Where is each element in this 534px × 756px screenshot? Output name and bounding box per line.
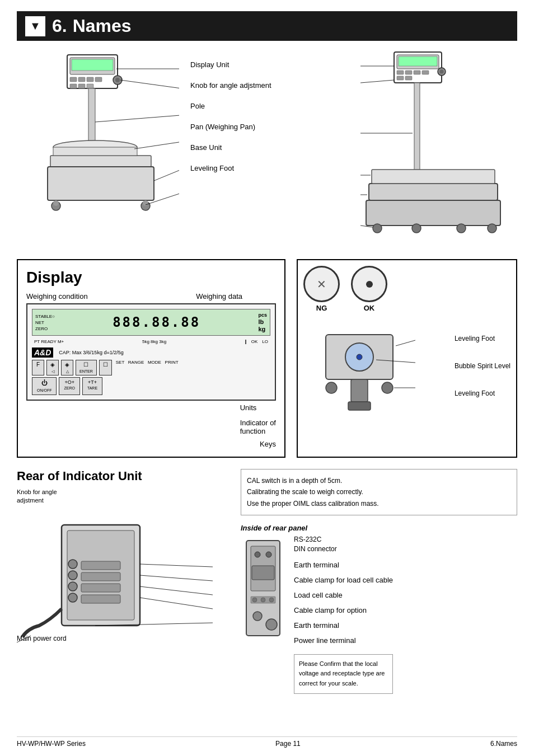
svg-rect-9	[87, 84, 93, 88]
leveling-foot-diagram: Leveling Foot Bubble Spirit Level Leveli…	[303, 323, 510, 424]
bubble-spirit-label: Bubble Spirit Level	[455, 362, 510, 370]
svg-rect-16	[48, 167, 154, 200]
svg-point-80	[255, 552, 260, 557]
right-scale-image	[360, 49, 506, 240]
display-section: Display Weighing condition Weighing data…	[17, 259, 285, 458]
keys-top-labels: SET RANGE MODE PRINT	[116, 360, 179, 365]
key-f: F	[32, 360, 44, 375]
middle-section: Display Weighing condition Weighing data…	[17, 259, 517, 458]
svg-point-66	[68, 582, 77, 591]
svg-rect-3	[70, 77, 77, 82]
svg-point-57	[326, 382, 337, 393]
rear-label-earth2: Earth terminal	[294, 621, 393, 630]
rear-label-earth: Earth terminal	[294, 561, 393, 569]
section-header: ▼ 6. Names	[17, 11, 517, 41]
keys-label: Keys	[260, 440, 276, 448]
display-screen: STABLE○ NET ZERO 888.88.88 pcs lb kg	[32, 309, 270, 336]
svg-rect-69	[81, 572, 120, 581]
svg-line-25	[154, 161, 179, 181]
page-container: ▼ 6. Names	[0, 0, 534, 756]
svg-point-11	[115, 78, 120, 82]
section-name: Names	[73, 16, 132, 36]
rear-left: Rear of Indicator Unit Knob for angleadj…	[17, 469, 229, 694]
cap-text: CAP: Max 3/6/15kg d=1/2/5g	[59, 350, 123, 355]
and-cap-row: A&D CAP: Max 3/6/15kg d=1/2/5g	[32, 348, 270, 358]
ok-indicator: OK	[251, 339, 258, 344]
svg-rect-13	[50, 156, 151, 167]
cal-switch-line2: Calibrating the scale to weigh correctly…	[247, 488, 363, 496]
svg-line-47	[360, 80, 394, 83]
svg-point-58	[382, 382, 393, 393]
svg-rect-56	[348, 402, 371, 410]
svg-rect-34	[397, 76, 404, 80]
svg-rect-39	[369, 184, 498, 200]
net-indicator: NET	[35, 320, 55, 325]
svg-point-86	[269, 598, 274, 602]
stable-indicator: STABLE○	[35, 314, 55, 319]
svg-line-74	[140, 586, 213, 595]
svg-rect-55	[351, 379, 368, 402]
svg-rect-35	[405, 76, 412, 80]
ok-circle	[351, 266, 387, 302]
rear-label-cable-option: Cable clamp for option	[294, 606, 393, 614]
svg-rect-31	[405, 71, 412, 74]
weighing-condition-label: Weighing condition	[26, 292, 88, 300]
svg-point-65	[68, 571, 77, 580]
weighing-data-label: Weighing data	[196, 292, 242, 300]
voltage-text: Please Confirm that the localvoltage and…	[299, 660, 385, 687]
svg-rect-68	[81, 561, 120, 570]
ok-label: OK	[364, 304, 375, 312]
svg-point-84	[252, 598, 257, 602]
units-annotation: Units	[240, 403, 257, 412]
svg-rect-38	[414, 83, 420, 184]
svg-point-42	[373, 224, 382, 233]
svg-point-54	[357, 354, 362, 360]
svg-line-24	[134, 139, 179, 149]
display-title: Display	[26, 269, 276, 287]
rear-right: CAL switch is in a depth of 5cm. Calibra…	[241, 469, 517, 694]
svg-point-67	[68, 593, 77, 602]
annotation-row: Units Indicator of function	[26, 403, 276, 435]
rear-label-cable-clamp: Cable clamp for load cell cable	[294, 576, 393, 584]
svg-rect-71	[81, 595, 120, 603]
rear-indicator-diagram: Main power cord	[17, 508, 229, 648]
zero-indicator: ZERO	[35, 326, 55, 331]
page-footer: HV-WP/HW-WP Series Page 11 6.Names	[17, 736, 517, 748]
svg-point-45	[488, 224, 496, 233]
svg-rect-15	[53, 147, 137, 156]
leveling-foot-label: Leveling Foot	[455, 335, 510, 342]
svg-rect-40	[372, 170, 495, 184]
keys-row-1: F ◈◁ ◈△ ☐ENTER ☐ SET RANGE MODE PRINT	[32, 360, 270, 375]
rear-labels-column: RS-232CDIN connector Earth terminal Cabl…	[294, 535, 393, 693]
svg-line-73	[140, 575, 213, 581]
svg-line-59	[396, 340, 415, 346]
svg-rect-4	[78, 77, 85, 82]
ng-circle: ✕	[303, 266, 340, 302]
indicator-annotation: Indicator of function	[240, 419, 276, 435]
display-mockup: STABLE○ NET ZERO 888.88.88 pcs lb kg	[26, 303, 276, 401]
cal-switch-line3: Use the proper OIML class calibration ma…	[247, 500, 379, 508]
hi-indicator: ‖	[245, 339, 247, 344]
rear-section: Rear of Indicator Unit Knob for angleadj…	[17, 469, 517, 694]
unit-pcs: pcs	[258, 312, 267, 318]
ready-indicator: PT READY M+	[34, 339, 64, 344]
rear-title: Rear of Indicator Unit	[17, 469, 229, 483]
svg-rect-5	[87, 77, 93, 82]
diagram-labels: Display Unit Knob for angle adjstment Po…	[190, 60, 271, 172]
knob-label: Knob for angleadjstment	[17, 488, 229, 505]
key-mode: ◈△	[61, 360, 73, 375]
rear-right-columns: RS-232CDIN connector Earth terminal Cabl…	[241, 535, 517, 693]
keys-row-2: ⏻ON/OFF +O+ZERO +T+TARE	[32, 377, 270, 395]
key-range: ◈◁	[46, 360, 59, 375]
inside-panel-label: Inside of rear panel	[241, 524, 517, 532]
svg-point-87	[253, 612, 262, 621]
rear-label-power-line: Power line terminal	[294, 636, 393, 645]
section-icon: ▼	[25, 16, 45, 36]
label-pole: Pole	[190, 102, 271, 110]
screen-left-indicators: STABLE○ NET ZERO	[35, 314, 55, 331]
main-power-cord-label: Main power cord	[17, 635, 67, 642]
weight-range: 5kg 8kg 3kg	[142, 339, 166, 344]
svg-rect-7	[70, 84, 77, 88]
ok-dot	[366, 281, 373, 288]
svg-rect-32	[414, 71, 420, 74]
